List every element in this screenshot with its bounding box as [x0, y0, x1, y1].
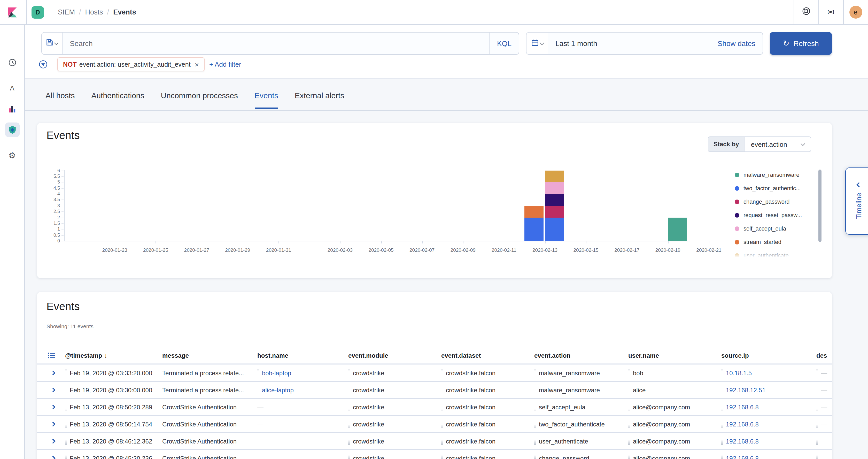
chart-bar-segment[interactable] [545, 194, 564, 206]
add-filter-link[interactable]: + Add filter [209, 57, 241, 71]
legend-scrollbar[interactable] [818, 170, 822, 242]
drag-handle[interactable] [441, 438, 443, 445]
drag-handle[interactable] [628, 387, 630, 393]
help-button[interactable] [794, 0, 818, 24]
legend-item[interactable]: two_factor_authentic... [735, 183, 801, 193]
drag-handle[interactable] [65, 404, 67, 410]
saved-query-button[interactable] [42, 33, 63, 54]
drag-handle[interactable] [65, 421, 67, 427]
column-header-user-name[interactable]: user.name [628, 352, 721, 359]
cell-text[interactable]: 192.168.12.51 [726, 387, 766, 394]
drag-handle[interactable] [348, 438, 350, 445]
drag-handle[interactable] [721, 370, 723, 376]
expand-button[interactable] [48, 385, 58, 395]
stack-by-select[interactable]: event.action [745, 137, 811, 151]
drag-handle[interactable] [441, 387, 443, 393]
sidebar-item-siem[interactable] [0, 120, 24, 139]
chart-bar-segment[interactable] [545, 170, 564, 182]
drag-handle[interactable] [441, 421, 443, 427]
filter-menu-button[interactable] [39, 60, 48, 71]
timeline-toggle[interactable]: Timeline [845, 167, 868, 235]
drag-handle[interactable] [816, 370, 818, 376]
expand-button[interactable] [48, 419, 58, 429]
space-badge[interactable]: D [32, 6, 44, 19]
drag-handle[interactable] [721, 387, 723, 393]
drag-handle[interactable] [628, 370, 630, 376]
drag-handle[interactable] [534, 455, 536, 459]
drag-handle[interactable] [65, 455, 67, 459]
tab-authentications[interactable]: Authentications [91, 91, 144, 109]
legend-item[interactable]: stream_started [735, 237, 781, 247]
drag-handle[interactable] [628, 421, 630, 427]
user-menu-button[interactable]: e [843, 0, 868, 24]
filter-pill[interactable]: NOT event.action: user_activity_audit_ev… [57, 57, 205, 71]
drag-handle[interactable] [534, 404, 536, 410]
drag-handle[interactable] [721, 404, 723, 410]
drag-handle[interactable] [534, 387, 536, 393]
drag-handle[interactable] [534, 438, 536, 445]
newsfeed-button[interactable]: ✉ [818, 0, 843, 24]
drag-handle[interactable] [65, 387, 67, 393]
cell-text[interactable]: 192.168.6.8 [726, 421, 759, 428]
drag-handle[interactable] [441, 404, 443, 410]
drag-handle[interactable] [441, 370, 443, 376]
drag-handle[interactable] [816, 438, 818, 445]
drag-handle[interactable] [628, 404, 630, 410]
expand-button[interactable] [48, 436, 58, 446]
expand-button[interactable] [48, 368, 58, 378]
column-header-des[interactable]: des [816, 352, 832, 359]
column-header-event-module[interactable]: event.module [348, 352, 441, 359]
drag-handle[interactable] [348, 404, 350, 410]
drag-handle[interactable] [257, 387, 259, 393]
expand-button[interactable] [48, 402, 58, 412]
kibana-logo-icon[interactable] [7, 7, 18, 18]
sidebar-item-recently-viewed[interactable] [0, 53, 24, 72]
close-icon[interactable]: × [195, 60, 199, 68]
breadcrumb-siem[interactable]: SIEM [58, 8, 75, 16]
legend-item[interactable]: change_password [735, 196, 790, 207]
drag-handle[interactable] [721, 455, 723, 459]
drag-handle[interactable] [348, 455, 350, 459]
tab-events[interactable]: Events [254, 91, 278, 109]
expand-button[interactable] [48, 453, 58, 459]
drag-handle[interactable] [348, 421, 350, 427]
drag-handle[interactable] [65, 370, 67, 376]
drag-handle[interactable] [65, 438, 67, 445]
quick-select-button[interactable] [526, 33, 548, 54]
drag-handle[interactable] [816, 404, 818, 410]
drag-handle[interactable] [816, 421, 818, 427]
drag-handle[interactable] [628, 455, 630, 459]
refresh-button[interactable]: ↻ Refresh [770, 32, 832, 55]
tab-external-alerts[interactable]: External alerts [295, 91, 344, 109]
cell-text[interactable]: bob-laptop [262, 369, 291, 376]
breadcrumb-hosts[interactable]: Hosts [85, 8, 103, 16]
column-header-event-dataset[interactable]: event.dataset [441, 352, 534, 359]
column-header--timestamp[interactable]: @timestamp↓ [65, 352, 162, 359]
legend-item[interactable]: malware_ransomware [735, 170, 799, 180]
drag-handle[interactable] [348, 370, 350, 376]
drag-handle[interactable] [628, 438, 630, 445]
cell-text[interactable]: alice-laptop [262, 387, 294, 394]
chart-bar-segment[interactable] [524, 217, 544, 241]
time-range-value[interactable]: Last 1 month [555, 39, 597, 48]
drag-handle[interactable] [441, 455, 443, 459]
column-header-host-name[interactable]: host.name [257, 352, 348, 359]
cell-text[interactable]: 192.168.6.8 [726, 403, 759, 411]
chart-bar-segment[interactable] [545, 217, 564, 241]
drag-handle[interactable] [721, 438, 723, 445]
drag-handle[interactable] [348, 387, 350, 393]
column-header-source-ip[interactable]: source.ip [721, 352, 816, 359]
chart-bar-segment[interactable] [668, 217, 687, 241]
search-input[interactable] [70, 39, 489, 48]
legend-item[interactable]: request_reset_passw... [735, 210, 802, 220]
column-header-message[interactable]: message [162, 352, 257, 359]
drag-handle[interactable] [721, 421, 723, 427]
tab-uncommon-processes[interactable]: Uncommon processes [161, 91, 238, 109]
cell-text[interactable]: 192.168.6.8 [726, 437, 759, 445]
drag-handle[interactable] [257, 370, 259, 376]
drag-handle[interactable] [816, 455, 818, 459]
chart-bar-segment[interactable] [524, 206, 544, 218]
sidebar-item-management[interactable]: ⚙ [0, 146, 24, 164]
chart-bar-segment[interactable] [545, 206, 564, 218]
sidebar-item-app-a[interactable]: A [0, 79, 24, 97]
